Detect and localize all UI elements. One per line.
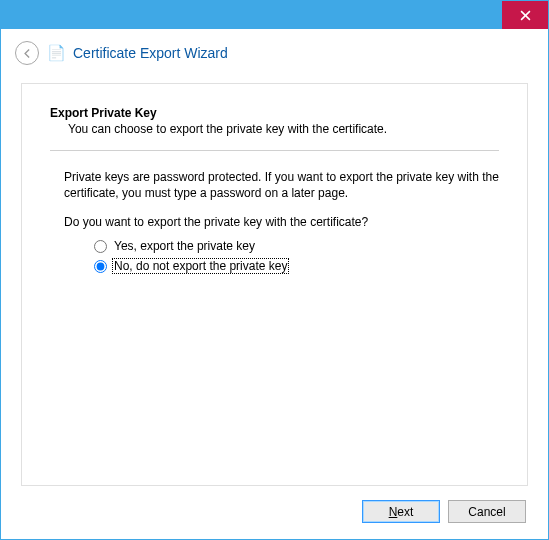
wizard-window: 📄 Certificate Export Wizard Export Priva… xyxy=(0,0,549,540)
wizard-title: Certificate Export Wizard xyxy=(73,45,228,61)
title-bar xyxy=(1,1,548,29)
close-button[interactable] xyxy=(502,1,548,29)
back-arrow-icon xyxy=(21,47,34,60)
cancel-button[interactable]: Cancel xyxy=(448,500,526,523)
radio-yes[interactable] xyxy=(94,240,107,253)
prompt-text: Do you want to export the private key wi… xyxy=(64,215,499,229)
certificate-icon: 📄 xyxy=(47,44,65,62)
wizard-content: Export Private Key You can choose to exp… xyxy=(21,83,528,486)
radio-no[interactable] xyxy=(94,260,107,273)
next-button[interactable]: Next xyxy=(362,500,440,523)
section-title: Export Private Key xyxy=(50,106,499,120)
option-yes-label: Yes, export the private key xyxy=(113,239,256,253)
option-yes[interactable]: Yes, export the private key xyxy=(94,239,499,253)
wizard-header: 📄 Certificate Export Wizard xyxy=(1,29,548,83)
section-subtitle: You can choose to export the private key… xyxy=(68,122,499,136)
body-text: Private keys are password protected. If … xyxy=(64,169,499,201)
back-button[interactable] xyxy=(15,41,39,65)
wizard-footer: Next Cancel xyxy=(1,486,548,539)
divider xyxy=(50,150,499,151)
option-no[interactable]: No, do not export the private key xyxy=(94,259,499,273)
close-icon xyxy=(520,10,531,21)
option-no-label: No, do not export the private key xyxy=(113,259,288,273)
radio-group: Yes, export the private key No, do not e… xyxy=(94,239,499,279)
